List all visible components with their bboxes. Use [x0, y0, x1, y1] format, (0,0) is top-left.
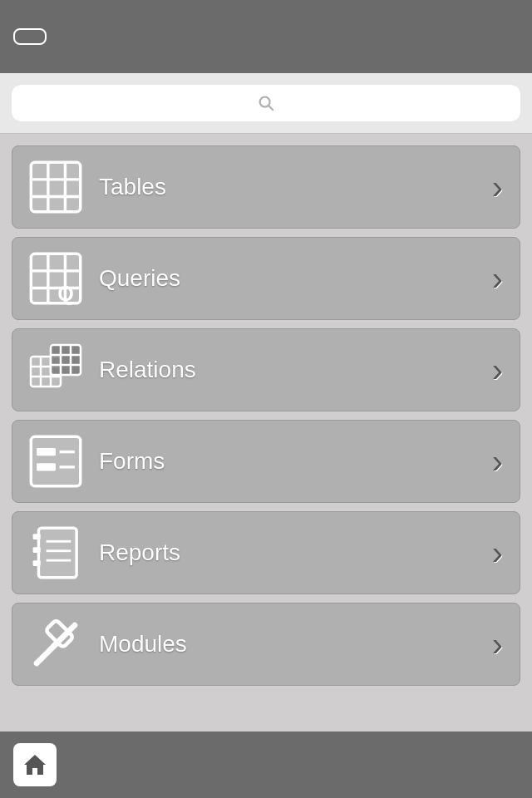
chevron-right-icon: ›: [492, 262, 503, 295]
search-bar-container: [0, 73, 532, 134]
svg-line-1: [268, 106, 273, 110]
search-bar[interactable]: [12, 85, 520, 121]
home-button[interactable]: [13, 743, 57, 786]
modules-icon: [29, 618, 82, 671]
menu-item-label-modules: Modules: [99, 631, 492, 658]
menu-item-label-tables: Tables: [99, 174, 492, 200]
chevron-right-icon: ›: [492, 536, 503, 569]
menu-item-label-queries: Queries: [99, 265, 492, 292]
forms-icon: [29, 435, 82, 488]
chevron-right-icon: ›: [492, 628, 503, 661]
table-icon: [29, 160, 82, 214]
header: [0, 0, 532, 73]
access-button[interactable]: [13, 28, 47, 45]
chevron-right-icon: ›: [492, 170, 503, 204]
chevron-right-icon: ›: [492, 353, 503, 387]
query-icon: [29, 252, 82, 305]
menu-item-label-relations: Relations: [99, 357, 492, 383]
menu-item-forms[interactable]: Forms›: [12, 420, 520, 503]
menu-item-label-forms: Forms: [99, 448, 492, 475]
relations-icon: [29, 343, 82, 397]
reports-icon: [29, 526, 82, 579]
menu-list: Tables›Queries›Relations›Forms›Reports›M…: [0, 134, 532, 686]
search-icon: [257, 94, 275, 112]
menu-item-tables[interactable]: Tables›: [12, 145, 520, 229]
menu-item-label-reports: Reports: [99, 539, 492, 566]
bottom-bar: [0, 732, 532, 798]
menu-item-relations[interactable]: Relations›: [12, 328, 520, 411]
menu-item-queries[interactable]: Queries›: [12, 237, 520, 320]
home-icon: [22, 751, 48, 778]
menu-item-reports[interactable]: Reports›: [12, 511, 520, 594]
menu-item-modules[interactable]: Modules›: [12, 603, 520, 686]
chevron-right-icon: ›: [492, 445, 503, 478]
